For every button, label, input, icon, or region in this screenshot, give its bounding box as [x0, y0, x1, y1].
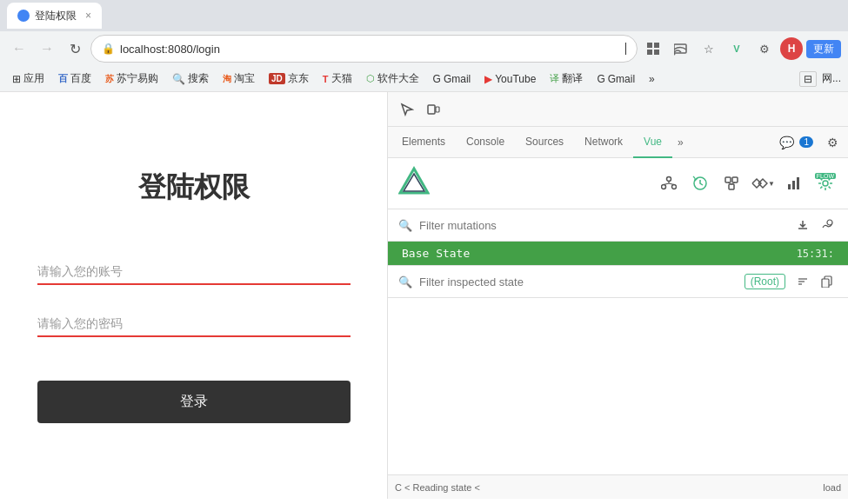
grid-icon-button[interactable]: [641, 36, 665, 61]
filter-state-bar: 🔍 (Root): [388, 266, 848, 298]
inspect-element-button[interactable]: [395, 97, 419, 122]
password-input[interactable]: [37, 311, 351, 337]
bookmark-search[interactable]: 🔍 搜索: [167, 70, 214, 88]
svg-rect-22: [788, 184, 791, 189]
svg-rect-2: [647, 50, 652, 55]
bookmark-gmail2[interactable]: G Gmail: [591, 71, 640, 87]
devtools-panel: Elements Console Sources Network Vue » 💬…: [387, 92, 848, 499]
tab-vue[interactable]: Vue: [633, 127, 672, 158]
filter-state-input[interactable]: [419, 275, 738, 288]
router-button[interactable]: ▼: [751, 171, 775, 196]
notification-badge: 1: [799, 136, 813, 148]
tab-sources[interactable]: Sources: [515, 127, 574, 158]
taobao-icon: 淘: [223, 73, 231, 85]
bookmark-fanyi[interactable]: 译 翻译: [544, 70, 588, 88]
device-toggle-button[interactable]: [421, 97, 445, 122]
tab-bar: 登陆权限 ×: [0, 0, 848, 31]
svg-rect-1: [654, 43, 659, 48]
lock-icon: 🔒: [102, 43, 115, 55]
svg-point-12: [672, 185, 677, 189]
svg-point-11: [662, 185, 666, 189]
bookmark-jd[interactable]: JD 京东: [264, 70, 314, 88]
reload-button[interactable]: ↻: [63, 36, 87, 61]
bookmark-label: 搜索: [188, 71, 209, 86]
fanyi-icon: 译: [550, 72, 559, 85]
more-bookmarks-icon: »: [649, 73, 655, 85]
bookmark-label: Gmail: [444, 73, 471, 85]
svg-rect-18: [732, 177, 738, 182]
devtools-settings-button[interactable]: ⚙: [820, 130, 845, 155]
export-button[interactable]: [792, 215, 813, 235]
tab-title: 登陆权限: [35, 9, 77, 23]
bookmark-label: 淘宝: [234, 71, 255, 86]
svg-rect-7: [436, 107, 439, 112]
tab-close-button[interactable]: ×: [85, 10, 91, 22]
bookmark-more[interactable]: »: [644, 71, 660, 87]
more-tabs-button[interactable]: »: [672, 136, 689, 149]
right-bookmark-icons: ⊟ 网...: [664, 71, 841, 87]
svg-line-15: [669, 183, 674, 185]
nav-bar: ← → ↻ 🔒 localhost:8080/login: [0, 31, 848, 66]
login-button[interactable]: 登录: [37, 381, 351, 423]
bookmark-label: Gmail: [608, 73, 635, 85]
svg-rect-23: [792, 181, 795, 189]
bookmark-label: 天猫: [331, 71, 352, 86]
filter-mutations-input[interactable]: [419, 219, 785, 232]
extensions-icon-button[interactable]: ⚙: [752, 36, 777, 61]
password-input-group: [37, 311, 351, 337]
forward-button[interactable]: →: [35, 36, 59, 61]
mutation-row[interactable]: Base State 15:31:: [388, 242, 848, 265]
performance-button[interactable]: [782, 171, 806, 196]
svg-line-14: [664, 183, 669, 185]
bookmark-tmall[interactable]: T 天猫: [317, 70, 357, 88]
svg-rect-0: [647, 43, 652, 48]
flow-badge: FLOW: [815, 173, 836, 179]
bookmark-label: 应用: [23, 71, 44, 86]
copy-button[interactable]: [817, 271, 838, 292]
svg-rect-19: [729, 184, 734, 189]
import-button[interactable]: [817, 215, 838, 235]
bookmark-label: 软件大全: [377, 71, 419, 86]
svg-rect-24: [797, 177, 799, 189]
bookmark-apps[interactable]: ⊞ 应用: [7, 70, 50, 88]
bookmark-baidu[interactable]: 百 百度: [53, 70, 97, 88]
back-button[interactable]: ←: [7, 36, 31, 61]
state-actions: [792, 271, 838, 292]
bookmark-youtube[interactable]: ▶ Elements YouTube: [479, 71, 541, 87]
account-input-group: [37, 259, 351, 285]
bookmark-extra-icon: 网...: [822, 71, 841, 86]
search-icon: 🔍: [172, 73, 185, 85]
vue-extension-icon[interactable]: V: [724, 36, 749, 61]
badge-area: 💬 1: [779, 136, 820, 149]
address-bar[interactable]: 🔒 localhost:8080/login: [90, 35, 638, 63]
svg-point-10: [667, 177, 671, 182]
root-tag: (Root): [745, 274, 785, 289]
tab-console[interactable]: Console: [456, 127, 515, 158]
bookmark-star-button[interactable]: ☆: [697, 36, 721, 61]
component-tree-button[interactable]: [657, 171, 681, 196]
bookmark-label: 苏宁易购: [117, 71, 158, 86]
bookmark-taobao[interactable]: 淘 淘宝: [217, 70, 260, 88]
tab-elements[interactable]: Elements: [391, 127, 456, 158]
bookmark-manager-icon[interactable]: ⊟: [799, 71, 817, 87]
cast-icon-button[interactable]: [669, 36, 693, 61]
account-input[interactable]: [37, 259, 351, 285]
bookmark-gmail[interactable]: G Gmail: [428, 71, 477, 87]
settings-flow-button[interactable]: FLOW: [813, 171, 838, 196]
sort-button[interactable]: [792, 271, 813, 292]
vuex-button[interactable]: [719, 171, 744, 196]
profile-button[interactable]: H: [780, 37, 803, 60]
time-travel-button[interactable]: [688, 171, 712, 196]
devtools-bottom-bar: C < Reading state < load: [388, 474, 848, 499]
tab-network[interactable]: Network: [574, 127, 633, 158]
bookmark-label: 翻译: [562, 71, 583, 86]
apps-icon: ⊞: [12, 73, 21, 85]
browser-tab[interactable]: 登陆权限 ×: [7, 3, 102, 29]
refresh-button[interactable]: 更新: [806, 40, 841, 58]
bookmark-software[interactable]: ⬡ 软件大全: [361, 70, 424, 88]
jd-icon: JD: [269, 73, 285, 84]
bookmark-label: 京东: [288, 71, 309, 86]
text-cursor: [625, 43, 626, 55]
suning-icon: 苏: [105, 73, 114, 85]
bookmark-suning[interactable]: 苏 苏宁易购: [100, 70, 164, 88]
